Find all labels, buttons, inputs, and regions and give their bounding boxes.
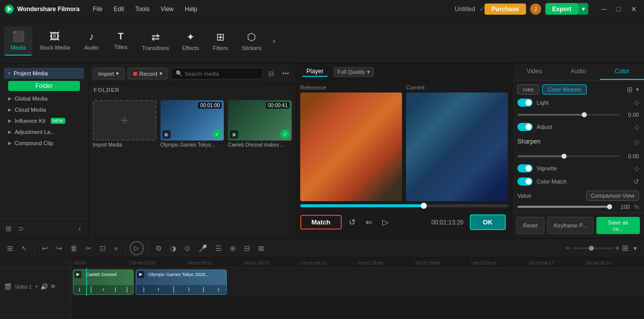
back-ctrl-icon[interactable]: ⇐ [363, 216, 375, 229]
keyframe-button[interactable]: Keyframe P... [547, 217, 593, 234]
folder-button[interactable]: Folder [8, 81, 80, 91]
tool-effects[interactable]: ✦ Effects [176, 27, 205, 55]
mask-icon[interactable]: ⊙ [181, 242, 193, 254]
link-icon[interactable]: ⊃ [16, 223, 25, 234]
sidebar-item-project-media[interactable]: ▾ Project Media [4, 68, 84, 79]
grid-view-icon[interactable]: ⊞ [627, 85, 633, 94]
import-media-item[interactable]: + Import Media [93, 100, 156, 148]
color-wheels-button[interactable]: Color Wheels [542, 84, 587, 95]
toolbar-expand-icon[interactable]: › [268, 32, 279, 50]
tool-stickers[interactable]: ⬡ Stickers [235, 27, 267, 55]
tab-video[interactable]: Video [512, 64, 556, 80]
audio-tl-icon[interactable]: 🎤 [195, 242, 210, 254]
quality-selector[interactable]: Full Quality ▾ [334, 67, 374, 77]
light-keyframe-icon[interactable]: ◇ [634, 99, 639, 106]
select-icon[interactable]: ↖ [18, 242, 30, 254]
tool-media[interactable]: ⬛ Media [4, 26, 32, 56]
sidebar-item-adjustment-layer[interactable]: ▶ Adjustment La... [4, 126, 84, 138]
cut-icon[interactable]: ✂ [83, 242, 95, 254]
tool-stock-media[interactable]: 🖼 Stock Media [33, 27, 76, 55]
reset-button[interactable]: Reset [516, 217, 544, 234]
tool-audio[interactable]: ♪ Audio [77, 27, 106, 55]
search-box[interactable]: 🔍 [171, 68, 263, 79]
adjust-toggle[interactable] [517, 123, 533, 131]
zoom-slider[interactable] [573, 247, 613, 249]
vignette-toggle[interactable] [517, 164, 533, 172]
value-slider[interactable] [517, 206, 611, 208]
import-button[interactable]: Import ▾ [93, 68, 125, 79]
zoom-in-icon[interactable]: + [615, 244, 620, 253]
comparison-view-button[interactable]: Comparison View [586, 191, 639, 201]
crop-icon[interactable]: ⊡ [97, 242, 109, 254]
search-input[interactable] [185, 71, 259, 77]
sidebar-item-compound-clip[interactable]: ▶ Compound Clip [4, 138, 84, 149]
redo-icon[interactable]: ↪ [53, 242, 65, 254]
light-slider-thumb[interactable] [582, 112, 587, 117]
track-visibility-icon[interactable]: 👁 [50, 283, 56, 290]
save-as-button[interactable]: Save as cu... [596, 217, 640, 234]
play-button[interactable]: ▷ [130, 241, 144, 255]
tl-grid-icon[interactable]: ⊞ [622, 243, 628, 253]
pip-icon[interactable]: ⊟ [241, 242, 253, 254]
collapse-panel-icon[interactable]: ‹ [75, 223, 84, 234]
filter-icon[interactable]: ⊟ [266, 68, 276, 79]
more-tl-icon[interactable]: » [111, 242, 121, 254]
menu-edit[interactable]: Edit [108, 4, 129, 15]
tool-titles[interactable]: T Titles [107, 27, 135, 54]
maximize-button[interactable]: □ [614, 4, 624, 14]
sidebar-item-influence-kit[interactable]: ▶ Influence Kit NEW [4, 115, 84, 126]
track-add-icon[interactable]: + [35, 283, 38, 290]
sidebar-item-global-media[interactable]: ▶ Global Media [4, 93, 84, 104]
align-icon[interactable]: ☰ [212, 242, 225, 254]
olympic-clip[interactable]: ▶ Olympic Games Tokyo 2020... [136, 269, 227, 295]
export-dropdown[interactable]: ▾ [579, 3, 588, 15]
tab-color[interactable]: Color [600, 64, 644, 80]
undo-icon[interactable]: ↩ [39, 242, 51, 254]
tab-player[interactable]: Player [302, 67, 328, 77]
caeleb-media-item[interactable]: 00:00:41 ▣ ✓ Caeleb Dressel makes ... [228, 100, 292, 148]
color-match-toggle[interactable] [517, 177, 533, 186]
zoom-slider-thumb[interactable] [589, 246, 594, 251]
match-button[interactable]: Match [300, 215, 342, 230]
sharpen-slider-thumb[interactable] [561, 154, 567, 159]
color-icon[interactable]: ◑ [167, 242, 179, 254]
vignette-keyframe-icon[interactable]: ◇ [634, 165, 639, 172]
menu-tools[interactable]: Tools [130, 4, 154, 15]
scrubber-thumb[interactable] [421, 203, 427, 209]
menu-help[interactable]: Help [180, 4, 203, 15]
track-mute-icon[interactable]: 🔊 [41, 283, 48, 290]
add-folder-icon[interactable]: ⊞ [4, 223, 13, 234]
sharpen-keyframe-icon[interactable]: ◇ [634, 139, 639, 146]
speed-icon[interactable]: ⚙ [152, 242, 165, 254]
menu-view[interactable]: View [155, 4, 179, 15]
close-button[interactable]: ✕ [628, 4, 640, 14]
curves-button[interactable]: rves [517, 84, 539, 95]
avatar[interactable]: J [530, 4, 541, 15]
sidebar-item-cloud-media[interactable]: ▶ Cloud Media [4, 104, 84, 115]
purchase-button[interactable]: Purchase [485, 4, 526, 15]
forward-ctrl-icon[interactable]: ▷ [379, 216, 391, 229]
ok-button[interactable]: OK [470, 214, 506, 230]
color-match-reset-icon[interactable]: ↺ [633, 178, 639, 186]
export-button[interactable]: Export [545, 3, 579, 15]
caeleb-clip[interactable]: ▶ Caeleb Dressel [73, 269, 134, 295]
more-options-icon[interactable]: ••• [279, 68, 292, 79]
tab-audio[interactable]: Audio [556, 64, 600, 80]
preview-scrubber[interactable] [300, 204, 508, 207]
light-slider[interactable] [517, 114, 620, 116]
tool-transitions[interactable]: ⇄ Transitions [136, 27, 175, 55]
expand-icon[interactable]: ▾ [636, 86, 639, 93]
reset-ctrl-icon[interactable]: ↺ [346, 216, 358, 229]
extra1-icon[interactable]: ⊕ [227, 242, 239, 254]
tl-more-icon[interactable]: ▾ [630, 242, 640, 254]
sharpen-slider[interactable] [517, 155, 620, 157]
snap-icon[interactable]: ⊞ [4, 242, 16, 254]
light-toggle[interactable] [517, 99, 533, 107]
minimize-button[interactable]: ─ [598, 4, 610, 14]
adjust-keyframe-icon[interactable]: ◇ [634, 123, 639, 130]
tool-filters[interactable]: ⊞ Filters [206, 27, 234, 55]
delete-icon[interactable]: 🗑 [67, 242, 80, 254]
olympic-media-item[interactable]: 00:01:00 ▣ ✓ Olympic Games Tokyo... [160, 100, 224, 148]
value-slider-thumb[interactable] [607, 204, 612, 209]
menu-file[interactable]: File [88, 4, 107, 15]
